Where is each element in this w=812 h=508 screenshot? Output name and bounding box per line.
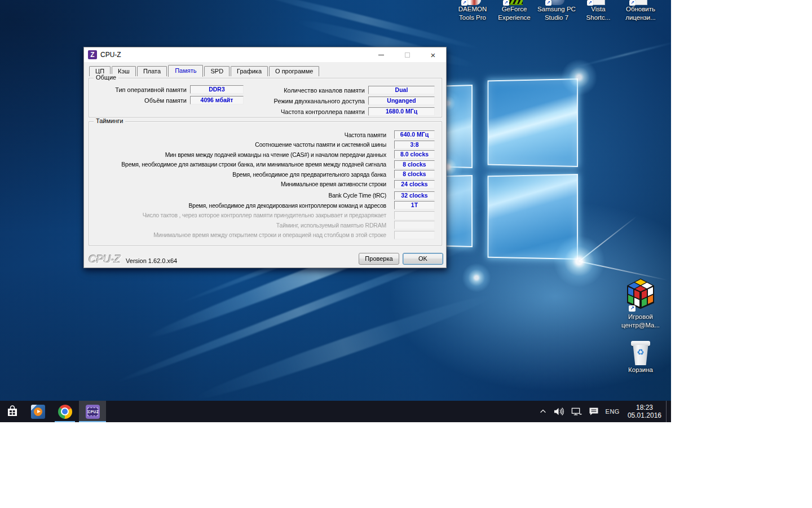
light-flare: [461, 262, 492, 294]
timing-row-trcd: Минимальное время между открытием строки…: [94, 231, 435, 239]
chevron-up-icon: [539, 408, 547, 415]
light-beam: [245, 0, 482, 52]
license-icon: [634, 0, 647, 5]
icon-label: DAEMON: [452, 5, 493, 14]
window-title: CPU-Z: [100, 51, 121, 59]
taskbar-cpuz-button[interactable]: CPUZ: [79, 401, 106, 422]
field-label: Частота памяти: [345, 132, 386, 138]
taskbar-chrome-button[interactable]: [52, 401, 78, 422]
channels-value: Dual: [368, 86, 435, 94]
dc-mode-value: Unganged: [368, 97, 435, 105]
show-desktop-button[interactable]: [666, 401, 669, 422]
close-button[interactable]: ×: [420, 47, 446, 62]
tab-mainboard[interactable]: Плата: [137, 66, 167, 76]
icon-label: GeForce: [493, 5, 535, 14]
field-label: Минимальное время между открытием строки…: [153, 231, 386, 238]
icon-label: Обновить: [620, 5, 661, 14]
desktop-icon-vista-shortcut[interactable]: ↗ Vista Shortc...: [577, 0, 619, 22]
titlebar[interactable]: Z CPU-Z ×: [84, 47, 446, 62]
tab-spd[interactable]: SPD: [204, 66, 230, 76]
action-center-button[interactable]: [585, 401, 602, 422]
maximize-icon: [405, 52, 410, 58]
action-center-icon: [589, 407, 599, 416]
clock[interactable]: 18:23 05.01.2016: [623, 404, 666, 419]
icon-label: Игровой: [615, 313, 667, 321]
icon-label: Experience: [493, 14, 535, 22]
timing-value: 8 clocks: [394, 160, 435, 169]
desktop-icon-samsung-pc-studio[interactable]: ↗ Samsung PC Studio 7: [536, 0, 577, 22]
tab-bar: ЦП Кэш Плата Память SPD Графика О програ…: [89, 65, 320, 76]
field-label: Частота контроллера памяти: [237, 108, 365, 115]
cpuz-app-icon: Z: [88, 50, 97, 59]
shortcut-arrow-icon: ↗: [503, 0, 509, 6]
icon-label: Vista: [577, 5, 619, 14]
chrome-icon: [58, 405, 72, 419]
desktop-icon-game-center[interactable]: ↗ Игровой центр@Ma...: [615, 280, 667, 330]
recycle-bin-icon: ♻: [630, 340, 651, 366]
tray-date: 05.01.2016: [628, 411, 661, 419]
field-label: Время, необходимое для декодирования кон…: [189, 202, 386, 209]
running-indicator: [55, 421, 75, 422]
timing-value: [394, 231, 435, 239]
minimize-button[interactable]: [368, 47, 394, 62]
shortcut-arrow-icon: ↗: [545, 0, 551, 6]
field-row-channels: Количество каналов памяти Dual: [237, 86, 435, 94]
tab-memory[interactable]: Память: [168, 65, 203, 77]
icon-label: Samsung PC: [536, 5, 577, 14]
version-text: Version 1.62.0.x64: [126, 257, 177, 265]
field-label: Время, необходимое для предварительного …: [232, 171, 386, 178]
field-label: Число тактов , через которое контроллер …: [143, 212, 386, 218]
tray-time: 18:23: [628, 404, 661, 411]
speaker-icon: [554, 407, 564, 416]
field-row-dc-mode: Режим двухканального доступа Unganged: [237, 97, 435, 105]
timing-value: 3:8: [394, 141, 435, 149]
taskbar-store-button[interactable]: [0, 401, 25, 422]
timing-row-ras-to-cas: Время, необходимое для активации строки …: [94, 160, 435, 169]
timing-value: 24 clocks: [394, 180, 435, 189]
timing-row-trc: Bank Cycle Time (tRC) 32 clocks: [94, 191, 435, 200]
tab-about[interactable]: О программе: [269, 66, 319, 76]
field-label: Bank Cycle Time (tRC): [328, 192, 386, 199]
desktop-icon-recycle-bin[interactable]: ♻ Корзина: [615, 340, 667, 374]
desktop-icon-geforce-experience[interactable]: ↗ GeForce Experience: [493, 0, 535, 22]
timings-group-title: Тайминги: [94, 117, 125, 124]
field-label: Соотношение частоты памяти и системной ш…: [255, 141, 386, 148]
tab-graphics[interactable]: Графика: [231, 66, 268, 76]
shortcut-arrow-icon: ↗: [629, 305, 636, 312]
field-label: Минимальное время активности строки: [281, 181, 386, 187]
game-center-icon: ↗: [627, 280, 654, 313]
timing-value: 640.0 МГц: [394, 130, 435, 139]
light-flare: [551, 233, 607, 290]
network-button[interactable]: [568, 401, 585, 422]
close-icon: ×: [431, 51, 436, 59]
ok-button[interactable]: OK: [403, 253, 443, 265]
field-label: Объём памяти: [92, 97, 187, 104]
nb-frequency-value: 1680.0 МГц: [368, 107, 435, 116]
timing-value: 8.0 clocks: [394, 150, 435, 159]
desktop-icon-update-license[interactable]: ↗ Обновить лицензи...: [620, 0, 661, 22]
field-label: Время, необходимое для активации строки …: [121, 161, 386, 168]
timing-row-command-rate: Время, необходимое для декодирования кон…: [94, 201, 435, 209]
movies-tv-icon: [31, 405, 45, 419]
shortcut-arrow-icon: ↗: [461, 0, 467, 6]
timing-row-cas-latency: Мин время между подачей команды на чтени…: [94, 150, 435, 159]
maximize-button[interactable]: [394, 47, 420, 62]
language-indicator[interactable]: ENG: [602, 401, 623, 422]
timing-row-tras: Минимальное время активности строки 24 c…: [94, 180, 435, 189]
field-label: Тип оперативной памяти: [92, 86, 187, 93]
field-label: Количество каналов памяти: [237, 87, 365, 94]
screen: ↗ DAEMON Tools Pro ↗ GeForce Experience …: [0, 0, 671, 422]
desktop-icon-daemon-tools[interactable]: ↗ DAEMON Tools Pro: [452, 0, 493, 22]
windows-store-icon: [6, 405, 19, 418]
check-button[interactable]: Проверка: [359, 253, 399, 265]
field-label: Режим двухканального доступа: [237, 98, 365, 104]
memory-type-value: DDR3: [190, 85, 244, 94]
cpuz-window: Z CPU-Z × ЦП Кэш Плата Память SPD График…: [83, 47, 447, 268]
timing-value: [394, 211, 435, 220]
active-indicator: [79, 421, 106, 422]
volume-button[interactable]: [550, 401, 568, 422]
minimize-icon: [378, 55, 384, 55]
tray-expand-button[interactable]: [536, 401, 550, 422]
taskbar-movies-tv-button[interactable]: [25, 401, 51, 422]
memory-size-value: 4096 мбайт: [190, 96, 244, 104]
